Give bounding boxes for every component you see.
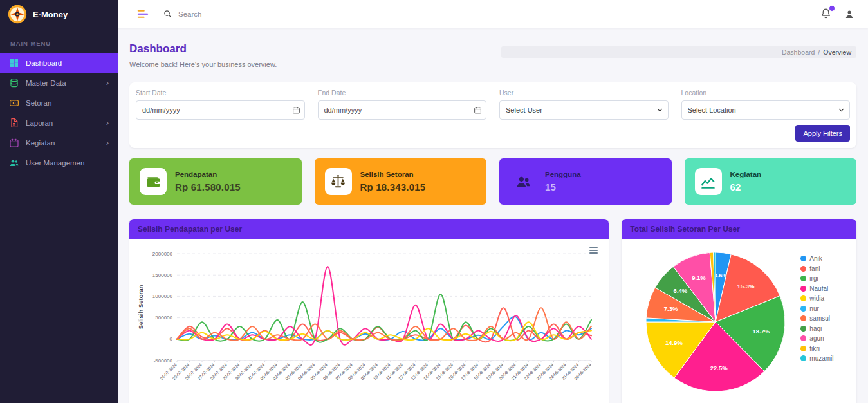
legend-item-naufal[interactable]: Naufal (800, 285, 833, 292)
legend-dot (800, 315, 806, 321)
legend-dot (800, 276, 806, 281)
user-profile-icon[interactable] (844, 8, 855, 20)
svg-text:1000000: 1000000 (152, 294, 173, 299)
legend-label: Naufal (809, 285, 828, 292)
legend-item-agun[interactable]: agun (800, 335, 833, 342)
legend-label: agun (809, 335, 824, 342)
dashboard-icon (9, 58, 19, 68)
location-select[interactable]: Select Location (681, 100, 851, 120)
pie-chart: 3.6%15.3%18.7%22.5%14.9%7.3%6.4%9.1% (643, 250, 788, 394)
sidebar-item-label: Laporan (26, 119, 53, 127)
stat-value: Rp 18.343.015 (360, 182, 426, 192)
sidebar-item-master-data[interactable]: Master Data› (0, 73, 118, 93)
svg-text:1500000: 1500000 (152, 272, 173, 278)
stat-card-kegiatan: Kegiatan62 (685, 158, 857, 205)
legend-item-nur[interactable]: nur (800, 305, 833, 312)
sidebar-item-dashboard[interactable]: Dashboard (0, 53, 118, 73)
main-area: Dashboard Welcome back! Here's your busi… (118, 0, 868, 403)
users-icon (510, 168, 537, 195)
sidebar-item-setoran[interactable]: Setoran (0, 93, 118, 113)
location-field: Location Select Location (681, 89, 851, 120)
sidebar-item-label: Master Data (26, 79, 66, 87)
legend-label: Anik (809, 255, 822, 262)
legend-label: fani (809, 265, 820, 272)
stat-card-pendapatan: PendapatanRp 61.580.015 (129, 158, 302, 205)
svg-text:Selisih Setoran: Selisih Setoran (137, 285, 144, 329)
stat-card-pengguna: Pengguna15 (499, 158, 672, 205)
pie-legend: AnikfaniirgiNaufalwidianursamsulhaqiagun… (800, 250, 833, 362)
chevron-right-icon: › (106, 79, 109, 87)
line-chart-card: Selisih Pendapatan per User 200000015000… (129, 219, 609, 403)
legend-label: muzamil (809, 355, 833, 362)
legend-item-fikri[interactable]: fikri (800, 345, 833, 352)
legend-dot (800, 286, 806, 292)
page-subtitle: Welcome back! Here's your business overv… (129, 61, 277, 68)
sidebar-item-label: Kegiatan (26, 139, 55, 147)
app-window: E-Money MAIN MENU DashboardMaster Data›S… (0, 0, 868, 403)
menu-section-label: MAIN MENU (0, 28, 118, 53)
svg-text:6.4%: 6.4% (674, 287, 688, 294)
cash-icon (9, 98, 19, 108)
svg-text:0: 0 (170, 336, 173, 342)
legend-item-anik[interactable]: Anik (800, 255, 833, 262)
menu-toggle-icon[interactable] (136, 7, 150, 21)
brand-block[interactable]: E-Money (0, 0, 118, 28)
breadcrumb-separator: / (818, 48, 820, 56)
stat-label: Selisih Setoran (360, 171, 426, 178)
search-input[interactable] (178, 10, 300, 18)
breadcrumb-item-dashboard[interactable]: Dashboard (782, 48, 815, 56)
location-label: Location (681, 89, 851, 97)
start-date-field: Start Date (136, 89, 305, 120)
sidebar-item-label: Setoran (26, 99, 51, 107)
legend-item-muzamil[interactable]: muzamil (800, 355, 833, 362)
legend-label: irgi (809, 275, 818, 282)
breadcrumb: Dashboard / Overview (782, 48, 851, 56)
stat-label: Pengguna (545, 171, 581, 178)
svg-text:22.5%: 22.5% (710, 364, 728, 371)
report-icon (9, 118, 19, 128)
topbar-actions (820, 8, 855, 20)
legend-item-irgi[interactable]: irgi (800, 275, 833, 282)
legend-dot (800, 326, 806, 332)
legend-item-haqi[interactable]: haqi (800, 325, 833, 332)
stat-card-selisih-setoran: Selisih SetoranRp 18.343.015 (315, 158, 487, 205)
start-date-input[interactable] (136, 100, 305, 120)
legend-dot (800, 266, 806, 272)
legend-dot (800, 295, 806, 301)
legend-item-fani[interactable]: fani (800, 265, 833, 272)
wallet-icon (140, 168, 167, 195)
sidebar-item-label: User Managemen (26, 159, 84, 167)
chart-menu-icon[interactable] (587, 245, 600, 256)
legend-label: widia (809, 295, 824, 302)
scale-icon (325, 168, 352, 195)
stat-label: Pendapatan (175, 171, 241, 178)
app-logo-icon (8, 5, 27, 24)
end-date-field: End Date (318, 89, 487, 120)
notifications-bell-icon[interactable] (820, 8, 832, 20)
legend-item-samsul[interactable]: samsul (800, 315, 833, 322)
line-chart-title: Selisih Pendapatan per User (129, 219, 609, 239)
stat-value: 15 (545, 182, 581, 192)
legend-dot (800, 335, 806, 341)
sidebar-item-kegiatan[interactable]: Kegiatan› (0, 133, 118, 153)
svg-text:500000: 500000 (155, 315, 172, 321)
page-title: Dashboard (129, 42, 277, 55)
svg-text:15.3%: 15.3% (737, 283, 755, 290)
legend-dot (800, 355, 806, 361)
sidebar-item-user-managemen[interactable]: User Managemen (0, 153, 118, 173)
chevron-right-icon: › (106, 118, 109, 127)
legend-item-widia[interactable]: widia (800, 295, 833, 302)
apply-filters-button[interactable]: Apply Filters (795, 125, 850, 142)
svg-text:7.3%: 7.3% (664, 305, 678, 312)
svg-text:-500000: -500000 (154, 358, 173, 364)
users-icon (9, 158, 19, 168)
breadcrumb-item-overview: Overview (823, 48, 851, 56)
line-chart: 2000000150000010000005000000-50000024-07… (136, 245, 596, 403)
page-content: Dashboard Welcome back! Here's your busi… (118, 28, 868, 403)
end-date-input[interactable] (318, 100, 487, 120)
svg-text:14.9%: 14.9% (665, 339, 683, 346)
notification-badge (829, 5, 835, 12)
sidebar-item-laporan[interactable]: Laporan› (0, 113, 118, 133)
user-select[interactable]: Select User (499, 100, 669, 120)
legend-label: fikri (809, 345, 820, 352)
